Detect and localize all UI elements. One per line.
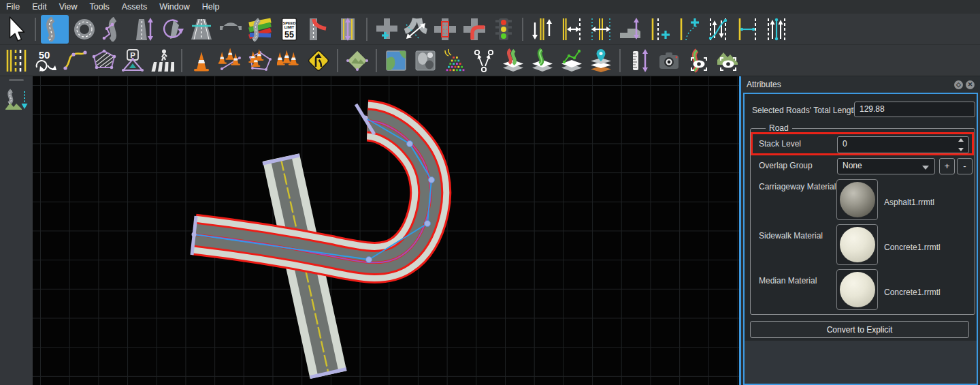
concrete-material-sphere [840,272,875,307]
lane-height-button[interactable] [333,15,361,44]
median-material-label: Median Material [759,276,817,286]
intersection-add-button[interactable] [372,15,400,44]
cone-icon [189,48,214,73]
junction-box-button[interactable] [431,15,459,44]
road-tool-button[interactable] [41,15,69,44]
lanes-overlay-button[interactable] [528,46,556,75]
circular-road-button[interactable] [70,15,98,44]
toolbar-grip[interactable] [9,79,24,81]
marking-vertical-icon [764,17,789,42]
lane-add-button[interactable] [304,15,332,44]
bridge-button[interactable] [216,15,244,44]
lane-width-button[interactable] [557,15,585,44]
crosswalk-button[interactable] [148,46,176,75]
terrain-button[interactable] [343,46,371,75]
marking-width-button[interactable] [733,15,761,44]
curb-height-button[interactable] [616,15,644,44]
side-toolbar [0,77,33,385]
menu-tools[interactable]: Tools [84,0,116,14]
menu-file[interactable]: File [0,0,26,14]
road-scene [33,76,739,385]
close-panel-icon[interactable]: ✕ [966,80,975,89]
svg-text:LIMIT: LIMIT [284,25,294,29]
marking-curve-button[interactable] [61,46,88,75]
road-height-button[interactable] [129,15,157,44]
curve-overlay-icon [559,48,584,73]
turn-lane-button[interactable] [460,15,488,44]
lane-markings-button[interactable] [2,46,30,75]
curve-overlay-button[interactable] [557,46,585,75]
road-control-point[interactable] [429,177,435,183]
convert-to-explicit-button[interactable]: Convert to Explicit [750,321,969,338]
elevation-map-button[interactable] [411,46,439,75]
overlap-group-remove-button[interactable]: - [957,158,973,174]
sidewalk-material-thumbnail[interactable] [836,224,878,265]
overlap-group-dropdown[interactable]: None [837,158,935,174]
cones-area-icon [248,48,272,73]
measure-button[interactable] [625,46,653,75]
road-control-point[interactable] [366,257,372,263]
marking-along-button[interactable] [674,15,702,44]
stack-level-annotation [751,132,974,155]
road-visibility-button[interactable] [684,46,712,75]
road-end-point[interactable] [192,232,197,237]
road-spline-edit-button[interactable] [99,15,127,44]
pin-overlay-button[interactable] [587,46,615,75]
marking-vertical-button[interactable] [762,15,790,44]
float-panel-icon[interactable]: ◇ [954,80,963,89]
road-rotate-button[interactable] [158,15,186,44]
overlapping-roads-button[interactable] [246,15,274,44]
cross-section-button[interactable] [187,15,215,44]
overlap-group-value: None [843,161,862,170]
menu-assets[interactable]: Assets [116,0,154,14]
traffic-signal-button[interactable] [489,15,517,44]
select-cursor-button[interactable] [2,15,30,44]
cones-row-button[interactable] [275,46,303,75]
point-cloud-button[interactable] [440,46,468,75]
lane-change-path-button[interactable] [704,15,732,44]
aerial-image-button[interactable] [382,46,410,75]
total-length-field[interactable]: 129.88 [854,102,975,117]
lane-direction-button[interactable] [528,15,556,44]
terrain-visibility-icon [715,48,740,73]
parking-button[interactable]: P [119,46,147,75]
menu-window[interactable]: Window [153,0,195,14]
gps-traces-button[interactable] [470,46,497,75]
junction-box-icon [433,17,457,42]
road-tool-icon [43,17,67,42]
attributes-panel-titlebar[interactable]: Attributes ◇ ✕ [741,76,980,93]
turn-lane-icon [462,17,487,42]
speed-markings-button[interactable]: 50 [31,46,59,75]
curb-height-icon [618,17,642,42]
lane-height-icon [336,17,360,42]
road-control-point[interactable] [425,221,431,227]
road-terrain-project-button[interactable] [3,87,31,115]
cones-span-button[interactable] [216,46,244,75]
road-height-icon [131,17,155,42]
road-control-point[interactable] [407,141,413,147]
overlap-group-add-button[interactable]: + [939,158,955,174]
cross-section-icon [189,17,214,42]
terrain-visibility-button[interactable] [713,46,741,75]
carriageway-material-thumbnail[interactable] [836,179,878,220]
screenshot-camera-button[interactable] [655,46,683,75]
cones-area-button[interactable] [246,46,274,75]
junction-edit-button[interactable] [402,15,429,44]
cone-button[interactable] [187,46,215,75]
menu-view[interactable]: View [53,0,84,14]
lane-marking-add-button[interactable] [645,15,673,44]
road-overlay-button[interactable] [499,46,527,75]
menu-help[interactable]: Help [196,0,226,14]
lane-offset-button[interactable] [587,15,615,44]
circular-road-icon [72,17,97,42]
marking-area-button[interactable] [90,46,118,75]
speed-limit-sign-button[interactable]: SPEED LIMIT 55 [275,15,303,44]
lane-add-icon [306,17,331,42]
sign-diamond-button[interactable] [304,46,332,75]
median-material-thumbnail[interactable] [836,269,878,310]
traffic-signal-icon [491,17,516,42]
road-end-point[interactable] [363,116,368,121]
menu-edit[interactable]: Edit [26,0,53,14]
svg-text:55: 55 [284,30,294,40]
editing-canvas[interactable] [33,76,739,385]
